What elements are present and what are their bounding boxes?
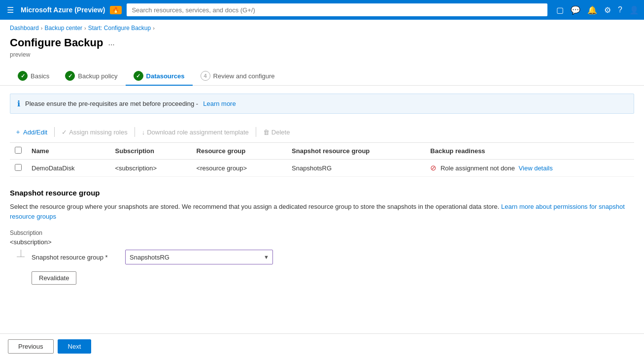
page-subtitle: preview [0,51,644,63]
tab-backup-policy[interactable]: Backup policy [57,67,125,86]
hamburger-icon[interactable]: ☰ [5,3,16,17]
breadcrumb-dashboard[interactable]: Dashboard [10,25,39,32]
assign-missing-label: Assign missing roles [69,129,128,136]
header-checkbox-cell [10,143,27,160]
tab-datasources[interactable]: Datasources [126,67,193,86]
delete-button[interactable]: 🗑 Delete [258,127,295,138]
app-title: Microsoft Azure (Preview) [21,6,105,14]
tab-review[interactable]: 4 Review and configure [193,67,283,86]
datasources-table: Name Subscription Resource group Snapsho… [10,143,634,177]
account-icon[interactable]: 👤 [629,5,639,15]
download-template-button[interactable]: ↓ Download role assignment template [137,127,254,138]
search-input[interactable] [127,3,547,16]
error-icon: ⊘ [430,163,437,172]
snapshot-section: Snapshot resource group Select the resou… [10,189,634,285]
preview-badge: 🔥 [110,6,122,14]
select-all-checkbox[interactable] [15,147,22,154]
toolbar-sep-2 [135,127,135,137]
learn-more-link[interactable]: Learn more [203,100,236,107]
tab-policy-label: Backup policy [78,72,117,80]
row-resource-group: <resource group> [192,160,287,177]
notifications-icon[interactable]: 🔔 [587,5,597,15]
checkmark-icon: ✓ [62,129,67,136]
topbar: ☰ Microsoft Azure (Preview) 🔥 ▢ 💬 🔔 ⚙ ? … [0,0,644,20]
terminal-icon[interactable]: ▢ [556,5,564,15]
download-icon: ↓ [142,129,145,136]
row-backup-readiness: ⊘ Role assignment not done View details [425,160,634,177]
delete-label: Delete [271,129,290,136]
add-edit-label: Add/Edit [23,129,47,136]
row-name: DemoDataDisk [27,160,110,177]
subscription-value: <subscription> [10,238,52,246]
snapshot-rg-select[interactable]: SnapshotsRG [125,250,273,264]
page-title: Configure Backup [10,36,103,49]
col-snapshot-rg: Snapshot resource group [287,143,425,160]
main-content: ℹ Please ensure the pre-requisites are m… [0,86,644,293]
toolbar-sep-3 [256,127,256,137]
info-text: Please ensure the pre-requisites are met… [25,100,198,107]
assign-missing-button[interactable]: ✓ Assign missing roles [57,127,133,138]
tab-basics-label: Basics [31,72,49,80]
breadcrumb: Dashboard › Backup center › Start: Confi… [0,20,644,33]
table-row: DemoDataDisk <subscription> <resource gr… [10,160,634,177]
row-snapshot-rg: SnapshotsRG [287,160,425,177]
snapshot-section-title: Snapshot resource group [10,189,634,197]
row-subscription: <subscription> [110,160,192,177]
tab-policy-circle [65,71,75,81]
toolbar-sep-1 [54,127,55,137]
tab-basics-circle [18,71,28,81]
revalidate-button[interactable]: Revalidate [32,271,76,285]
view-details-link[interactable]: View details [519,164,553,172]
row-checkbox[interactable] [15,164,22,171]
download-template-label: Download role assignment template [147,129,249,136]
more-options-icon[interactable]: ... [108,38,114,47]
add-edit-button[interactable]: ＋ Add/Edit [10,126,52,138]
col-subscription: Subscription [110,143,192,160]
tab-basics[interactable]: Basics [10,67,57,86]
snapshot-rg-label: Snapshot resource group * [32,254,120,261]
col-resource-group: Resource group [192,143,287,160]
wizard-tabs: Basics Backup policy Datasources 4 Revie… [0,63,644,86]
snapshot-rg-dropdown-wrapper: SnapshotsRG ▼ [125,250,273,264]
table-toolbar: ＋ Add/Edit ✓ Assign missing roles ↓ Down… [10,122,634,143]
page-header: Configure Backup ... [0,33,644,51]
tab-review-label: Review and configure [213,72,275,80]
row-checkbox-cell [10,160,27,177]
plus-icon: ＋ [15,128,21,136]
info-icon: ℹ [17,99,20,108]
info-banner: ℹ Please ensure the pre-requisites are m… [10,94,634,114]
settings-icon[interactable]: ⚙ [604,5,611,15]
tab-datasources-label: Datasources [146,72,185,80]
help-icon[interactable]: ? [618,5,622,14]
breadcrumb-configure-backup[interactable]: Start: Configure Backup [88,25,151,32]
feedback-icon[interactable]: 💬 [571,5,580,15]
snapshot-section-desc: Select the resource group where your sna… [10,202,634,221]
col-name: Name [27,143,110,160]
topbar-icons: ▢ 💬 🔔 ⚙ ? 👤 [556,5,639,15]
subscription-label: Subscription [10,229,42,236]
tab-datasources-circle [134,71,143,81]
col-backup-readiness: Backup readiness [425,143,634,160]
tab-review-circle: 4 [201,71,210,81]
table-header-row: Name Subscription Resource group Snapsho… [10,143,634,160]
breadcrumb-backup-center[interactable]: Backup center [44,25,82,32]
status-text: Role assignment not done [441,164,515,172]
delete-icon: 🗑 [263,129,270,136]
